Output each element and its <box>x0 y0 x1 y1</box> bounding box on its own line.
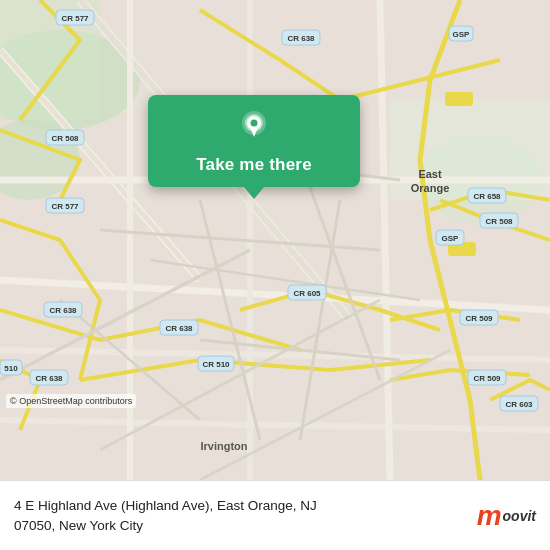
svg-text:CR 509: CR 509 <box>465 314 493 323</box>
svg-text:CR 577: CR 577 <box>51 202 79 211</box>
svg-text:Orange: Orange <box>411 182 450 194</box>
moovit-logo: m oovit <box>477 500 536 532</box>
svg-text:Irvington: Irvington <box>200 440 247 452</box>
svg-text:CR 658: CR 658 <box>473 192 501 201</box>
svg-text:CR 605: CR 605 <box>293 289 321 298</box>
bottom-bar: 4 E Highland Ave (Highland Ave), East Or… <box>0 480 550 550</box>
moovit-text: oovit <box>503 508 536 524</box>
map-attribution: © OpenStreetMap contributors <box>6 394 136 408</box>
svg-text:CR 638: CR 638 <box>165 324 193 333</box>
svg-text:CR 510: CR 510 <box>202 360 230 369</box>
map-container: CR 577 CR 638 GSP CR 508 CR 577 East Ora… <box>0 0 550 480</box>
svg-rect-17 <box>445 92 473 106</box>
svg-text:CR 509: CR 509 <box>473 374 501 383</box>
svg-text:CR 508: CR 508 <box>485 217 513 226</box>
svg-text:CR 603: CR 603 <box>505 400 533 409</box>
take-me-there-button[interactable]: Take me there <box>196 155 312 175</box>
address-text: 4 E Highland Ave (Highland Ave), East Or… <box>14 496 477 535</box>
svg-text:East: East <box>418 168 442 180</box>
svg-text:GSP: GSP <box>453 30 471 39</box>
svg-text:CR 508: CR 508 <box>51 134 79 143</box>
svg-text:CR 638: CR 638 <box>35 374 63 383</box>
svg-text:GSP: GSP <box>442 234 460 243</box>
svg-text:CR 638: CR 638 <box>287 34 315 43</box>
svg-text:CR 638: CR 638 <box>49 306 77 315</box>
svg-point-70 <box>251 120 258 127</box>
navigate-popup[interactable]: Take me there <box>148 95 360 187</box>
moovit-m-letter: m <box>477 500 502 532</box>
svg-text:510: 510 <box>4 364 18 373</box>
svg-text:CR 577: CR 577 <box>61 14 89 23</box>
location-pin-icon <box>235 109 273 147</box>
